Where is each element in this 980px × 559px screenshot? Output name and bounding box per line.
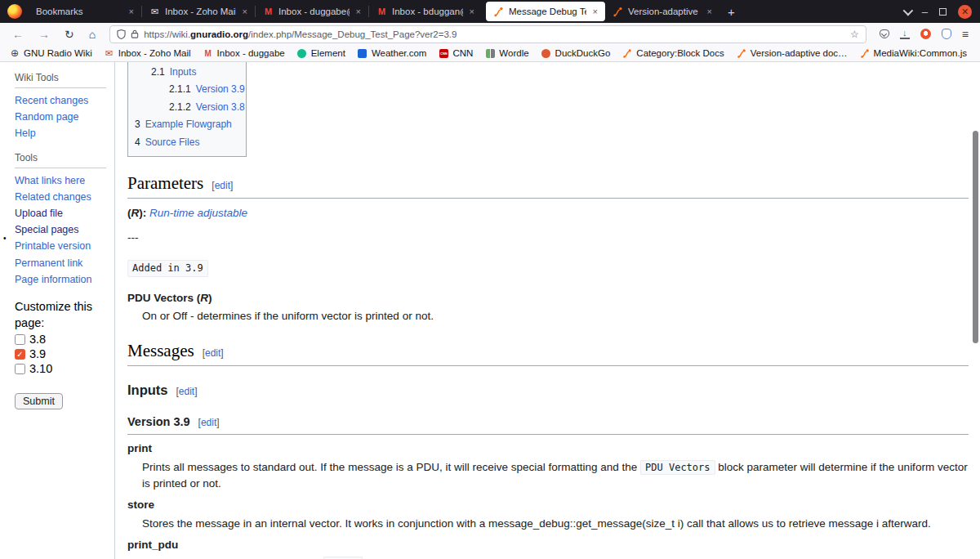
checkbox-3-9[interactable]: ✓ <box>15 349 25 360</box>
heading-inputs: Inputs[edit] <box>127 381 969 400</box>
bookmark-duckduckgo[interactable]: DuckDuckGo <box>541 48 611 58</box>
bookmark-star-icon[interactable]: ☆ <box>850 29 859 40</box>
toc-entry[interactable]: 2.1.1Version 3.9 <box>135 83 239 96</box>
reload-button[interactable]: ↻ <box>59 28 80 41</box>
zoho-mail-icon: ✉ <box>149 7 160 17</box>
bookmark-weather[interactable]: Weather.com <box>358 48 427 58</box>
tab-bookmarks[interactable]: Bookmarks × <box>29 2 141 21</box>
back-button[interactable]: ← <box>7 28 29 41</box>
toc-entry[interactable]: 3Example Flowgraph <box>135 118 239 132</box>
checkbox-3-10[interactable] <box>15 364 25 374</box>
new-tab-button[interactable]: + <box>719 5 743 19</box>
version-option-3-8[interactable]: 3.8 <box>15 333 114 346</box>
customize-page-label: Customize this page: <box>15 299 114 331</box>
version-option-3-9[interactable]: ✓ 3.9 <box>15 347 114 360</box>
sidebar-item-related-changes[interactable]: Related changes <box>15 191 114 204</box>
toolbar-icons: ↓ ≡ <box>875 28 973 41</box>
wiki-tools-section: Wiki Tools Recent changes Random page He… <box>15 72 114 141</box>
table-of-contents: 2.1Inputs 2.1.1Version 3.9 2.1.2Version … <box>127 62 247 157</box>
element-icon <box>297 48 307 58</box>
bookmark-wordle[interactable]: Wordle <box>485 48 528 58</box>
input-print-desc: Prints all messages to standard out. If … <box>142 459 969 491</box>
tab-message-debug-active[interactable]: Message Debug Test Pag × <box>486 2 605 21</box>
dashes-text: --- <box>127 230 969 246</box>
wordle-icon <box>485 48 495 58</box>
toc-entry[interactable]: 2.1Inputs <box>135 65 239 79</box>
home-button[interactable]: ⌂ <box>83 28 101 41</box>
extension-blue-icon[interactable] <box>942 29 951 39</box>
edit-link[interactable]: edit <box>179 386 194 397</box>
article-content: 2.1Inputs 2.1.1Version 3.9 2.1.2Version … <box>114 62 980 559</box>
tab-close-icon[interactable]: × <box>707 7 712 16</box>
edit-link[interactable]: edit <box>215 180 230 191</box>
gnuradio-icon <box>860 48 870 58</box>
browser-window: Bookmarks × ✉ Inbox - Zoho Mail (barry@ … <box>0 0 980 559</box>
tab-close-icon[interactable]: × <box>593 7 598 16</box>
sidebar-item-special-pages[interactable]: Special pages <box>15 224 114 237</box>
input-print-pdu-desc: PDU messages are redirected to the print… <box>142 556 969 559</box>
tab-gmail-bduggan[interactable]: M Inbox - bduggan@gnurad × <box>369 2 482 21</box>
gnuradio-icon <box>737 48 746 58</box>
checkbox-3-8[interactable] <box>15 334 25 345</box>
edit-link[interactable]: edit <box>201 417 216 428</box>
bookmarks-toolbar: ⊕ GNU Radio Wiki ✉ Inbox - Zoho Mail M I… <box>0 45 980 62</box>
gmail-icon: M <box>203 48 213 58</box>
bookmark-cnn[interactable]: CNN CNN <box>439 48 473 58</box>
pocket-icon[interactable] <box>880 29 889 38</box>
sidebar-item-help[interactable]: Help <box>15 127 114 141</box>
bookmark-block-docs[interactable]: Category:Block Docs <box>622 48 724 58</box>
version-option-3-10[interactable]: 3.10 <box>15 362 114 375</box>
bookmark-element[interactable]: Element <box>297 48 345 58</box>
bookmark-common-js[interactable]: MediaWiki:Common.js <box>860 48 967 58</box>
sidebar-item-random-page[interactable]: Random page <box>15 111 114 124</box>
sidebar-item-page-information[interactable]: Page information <box>15 274 114 287</box>
tab-version-adaptive[interactable]: Version-adaptive docume × <box>605 2 719 21</box>
runtime-adjustable-link[interactable]: Run-time adjustable <box>149 207 247 219</box>
wiki-page: Wiki Tools Recent changes Random page He… <box>0 62 980 559</box>
gnuradio-icon <box>612 7 623 17</box>
window-controls: – ✕ <box>903 5 980 19</box>
inputs-list: print Prints all messages to standard ou… <box>127 440 969 559</box>
downloads-icon[interactable]: ↓ <box>900 29 910 39</box>
parameter-list: PDU Vectors (R) On or Off - determines i… <box>127 290 969 324</box>
extension-orange-icon[interactable] <box>920 29 931 39</box>
inline-code: PDU Vectors <box>640 460 715 475</box>
list-tabs-chevron-icon[interactable] <box>902 5 913 16</box>
bookmark-gmail-inbox[interactable]: M Inbox - duggabe <box>203 48 285 58</box>
sidebar-item-printable-version[interactable]: Printable version <box>15 240 114 253</box>
shield-icon[interactable] <box>117 29 126 39</box>
tab-gmail-duggabe[interactable]: M Inbox - duggabe@gmail.c × <box>256 2 368 21</box>
param-pdu-vectors: PDU Vectors (R) <box>127 290 969 306</box>
gnuradio-icon <box>493 7 504 17</box>
firefox-icon[interactable] <box>7 4 22 19</box>
navigation-toolbar: ← → ↻ ⌂ https://wiki.gnuradio.org/index.… <box>0 23 980 45</box>
tab-close-icon[interactable]: × <box>243 7 247 16</box>
toc-entry[interactable]: 4Source Files <box>135 136 239 150</box>
minimize-button[interactable]: – <box>922 6 928 18</box>
bookmark-gnu-radio-wiki[interactable]: ⊕ GNU Radio Wiki <box>10 48 92 58</box>
lock-icon[interactable] <box>131 29 139 38</box>
menu-icon[interactable]: ≡ <box>962 28 969 41</box>
tab-close-icon[interactable]: × <box>129 7 134 16</box>
param-pdu-vectors-desc: On or Off - determines if the uniform ve… <box>142 308 969 324</box>
tab-title: Bookmarks <box>36 7 83 16</box>
bookmark-version-adaptive[interactable]: Version-adaptive doc… <box>737 48 848 58</box>
edit-link[interactable]: edit <box>205 347 220 359</box>
sidebar-item-what-links-here[interactable]: What links here <box>15 175 114 188</box>
forward-button[interactable]: → <box>33 28 56 41</box>
tab-zoho-mail[interactable]: ✉ Inbox - Zoho Mail (barry@ × <box>142 2 255 21</box>
sidebar-item-recent-changes[interactable]: Recent changes <box>15 95 114 108</box>
heading-messages: Messages[edit] <box>127 338 969 366</box>
sidebar-item-upload-file[interactable]: Upload file <box>15 208 114 221</box>
bookmark-zoho-inbox[interactable]: ✉ Inbox - Zoho Mail <box>105 48 191 58</box>
sidebar-item-permanent-link[interactable]: Permanent link <box>15 257 114 271</box>
tab-close-icon[interactable]: × <box>356 7 361 16</box>
section-title: Wiki Tools <box>15 72 106 88</box>
tab-close-icon[interactable]: × <box>470 7 474 16</box>
submit-button[interactable]: Submit <box>15 393 63 409</box>
toc-entry[interactable]: 2.1.2Version 3.8 <box>135 101 239 114</box>
scrollbar-thumb[interactable] <box>973 131 978 343</box>
close-window-button[interactable]: ✕ <box>958 5 972 19</box>
restore-button[interactable] <box>939 8 947 16</box>
url-bar[interactable]: https://wiki.gnuradio.org/index.php/Mess… <box>109 25 866 43</box>
